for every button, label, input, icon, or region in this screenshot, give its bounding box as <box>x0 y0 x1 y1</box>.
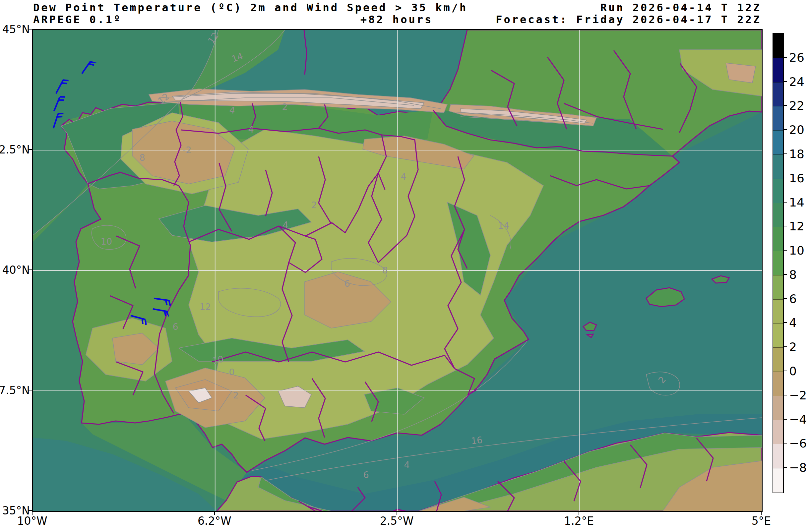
colorbar-tick-mark <box>783 57 787 58</box>
x-tick-mark <box>396 511 397 515</box>
colorbar-segment <box>773 179 783 203</box>
y-tick-mark <box>28 510 32 511</box>
weather-map: 12121448-224246812101002614416462 <box>33 30 762 511</box>
colorbar-tick-label: 4 <box>789 316 797 330</box>
colorbar-tick-label: 12 <box>789 219 804 233</box>
colorbar-tick-mark <box>783 322 787 323</box>
colorbar-tick-mark <box>783 370 787 371</box>
x-tick-mark <box>761 511 762 515</box>
svg-text:-2: -2 <box>183 145 192 155</box>
colorbar-tick-label: 8 <box>789 267 797 281</box>
forecast-label: Forecast: Friday 2026-04-17 T 22Z <box>0 13 761 26</box>
colorbar-tick-mark <box>783 274 787 275</box>
colorbar-tick-mark <box>783 178 787 178</box>
y-tick-mark <box>28 269 32 270</box>
colorbar-tick-mark <box>783 419 787 420</box>
y-tick-mark <box>28 149 32 150</box>
svg-text:12: 12 <box>199 302 211 312</box>
svg-text:4: 4 <box>282 220 288 230</box>
svg-text:10: 10 <box>101 236 112 247</box>
colorbar-segment <box>773 106 783 131</box>
colorbar-tick-label: 22 <box>789 99 804 112</box>
svg-text:4: 4 <box>401 171 406 182</box>
colorbar-segment <box>773 82 783 107</box>
colorbar-tick-label: 2 <box>789 340 797 354</box>
svg-text:2: 2 <box>282 102 288 112</box>
x-tick-mark <box>579 511 579 515</box>
colorbar-tick-mark <box>783 81 787 82</box>
colorbar <box>773 33 784 493</box>
svg-text:8: 8 <box>382 265 388 276</box>
map-frame: 12121448-224246812101002614416462 <box>32 29 763 512</box>
colorbar-tick-mark <box>783 443 787 444</box>
colorbar-tick-mark <box>783 226 787 227</box>
y-tick-label: 37.5°N <box>0 384 30 397</box>
svg-text:8: 8 <box>139 152 145 163</box>
france-ne-tan <box>726 63 756 83</box>
x-tick-label: 5°E <box>752 514 771 527</box>
x-tick-label: 6.2°W <box>198 514 231 527</box>
svg-text:16: 16 <box>470 435 483 446</box>
colorbar-segment <box>773 468 783 493</box>
svg-text:6: 6 <box>344 279 350 289</box>
colorbar-segment <box>773 58 783 83</box>
svg-text:2: 2 <box>233 390 238 400</box>
colorbar-segment <box>773 396 783 420</box>
colorbar-segment <box>773 130 783 155</box>
colorbar-tick-mark <box>783 346 787 347</box>
colorbar-segment <box>773 371 783 396</box>
colorbar-tick-label: 16 <box>789 171 804 185</box>
colorbar-segment <box>773 275 783 300</box>
run-label: Run 2026-04-14 T 12Z <box>0 1 761 14</box>
svg-text:14: 14 <box>498 220 509 231</box>
colorbar-tick-label: 10 <box>789 244 804 257</box>
svg-text:6: 6 <box>173 321 178 332</box>
colorbar-tick-label: 0 <box>789 364 797 378</box>
svg-text:0: 0 <box>229 367 234 377</box>
colorbar-tick-label: 26 <box>789 50 804 64</box>
colorbar-segment <box>773 444 783 468</box>
colorbar-tick-mark <box>783 105 787 106</box>
x-tick-label: 1.2°E <box>564 514 594 527</box>
colorbar-tick-label: −6 <box>789 436 807 450</box>
colorbar-tick-label: 14 <box>789 195 804 209</box>
colorbar-tick-mark <box>783 298 787 299</box>
colorbar-tick-label: −8 <box>789 461 807 474</box>
colorbar-segment <box>773 154 783 179</box>
colorbar-tick-label: 24 <box>789 74 804 88</box>
colorbar-tick-mark <box>783 129 787 130</box>
colorbar-segment <box>773 420 783 445</box>
colorbar-tick-label: −4 <box>789 412 807 426</box>
y-tick-label: 45°N <box>0 23 30 36</box>
x-tick-label: 10°W <box>17 514 47 527</box>
colorbar-segment <box>773 299 783 324</box>
x-tick-mark <box>32 511 32 515</box>
svg-text:6: 6 <box>363 470 369 480</box>
colorbar-segment <box>773 227 783 251</box>
y-tick-label: 40°N <box>0 264 30 277</box>
colorbar-tick-mark <box>783 467 787 468</box>
colorbar-segment <box>773 34 783 58</box>
colorbar-segment <box>773 323 783 348</box>
colorbar-tick-mark <box>783 250 787 251</box>
colorbar-segment <box>773 347 783 372</box>
x-tick-mark <box>214 511 215 515</box>
colorbar-tick-label: 20 <box>789 123 804 136</box>
svg-text:4: 4 <box>404 460 409 470</box>
y-tick-mark <box>28 29 32 30</box>
colorbar-tick-mark <box>783 395 787 396</box>
x-tick-label: 2.5°W <box>380 514 414 527</box>
colorbar-tick-label: 6 <box>789 292 797 305</box>
colorbar-segment <box>773 251 783 276</box>
svg-text:2: 2 <box>311 200 317 210</box>
colorbar-segment <box>773 203 783 227</box>
svg-text:4: 4 <box>248 124 254 135</box>
y-tick-mark <box>28 390 32 390</box>
colorbar-tick-label: −2 <box>789 388 807 402</box>
y-tick-label: 42.5°N <box>0 143 30 156</box>
colorbar-tick-label: 18 <box>789 147 804 161</box>
colorbar-tick-mark <box>783 153 787 154</box>
colorbar-tick-mark <box>783 202 787 202</box>
